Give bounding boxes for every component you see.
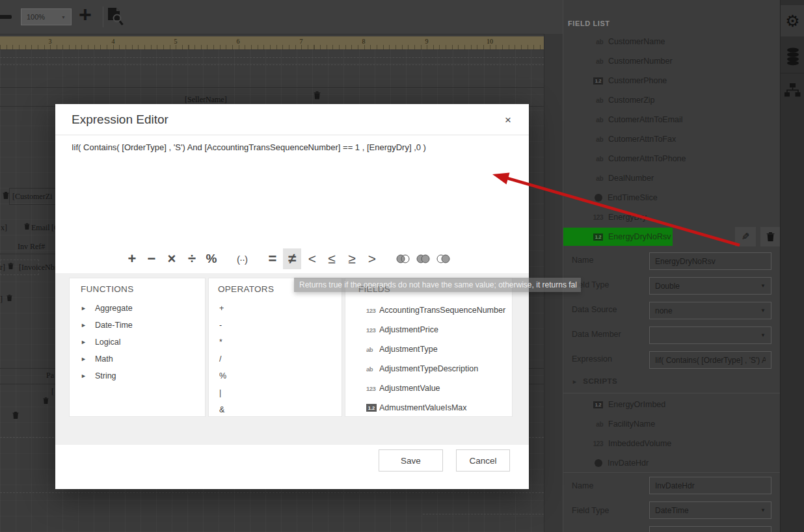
string-field-icon: ab	[366, 366, 379, 373]
operator-item[interactable]: |	[219, 388, 221, 397]
gear-icon: ⚙	[785, 13, 799, 29]
cancel-button[interactable]: Cancel	[456, 449, 510, 472]
ruler-number: 8	[362, 38, 366, 45]
function-category[interactable]: ►Logical	[81, 338, 121, 347]
field-list-item[interactable]: ab CutomerAttnToEmail	[563, 110, 781, 129]
expression-input[interactable]: Iif( Contains( [OrderType] , 'S') A.···	[649, 351, 771, 369]
field-item[interactable]: 123 AccountingTransSequenceNumber	[366, 306, 505, 315]
parentheses-operator-button[interactable]: (··)	[233, 248, 251, 269]
close-icon[interactable]: ×	[505, 114, 511, 127]
string-field-icon: ab	[589, 136, 603, 143]
operator-item[interactable]: &	[219, 405, 224, 414]
field-item[interactable]: ab AdjustmentType	[366, 345, 438, 354]
field-list-item[interactable]: ab FacilityName	[563, 414, 781, 434]
zoom-dropdown[interactable]: 100% ▼	[21, 8, 72, 25]
trash-icon	[12, 411, 19, 419]
email-field: Email	[31, 223, 50, 233]
plus-operator-button[interactable]: +	[123, 248, 141, 269]
field-list-item[interactable]: 123 EnergyDry	[563, 207, 781, 227]
settings-rail-button[interactable]: ⚙	[781, 5, 804, 36]
scripts-section-toggle[interactable]: ►SCRIPTS	[572, 377, 617, 385]
minus-operator-button[interactable]: −	[142, 248, 161, 269]
selected-field-row[interactable]: 1.2 EnergyDryNoRsv	[563, 228, 673, 246]
operator-item[interactable]: /	[219, 354, 221, 364]
field-list-item[interactable]: ab CustomerName	[563, 32, 781, 51]
join-right-operator-button[interactable]	[434, 248, 452, 269]
operator-item[interactable]: +	[219, 304, 224, 313]
expression-label: Expression	[572, 354, 612, 364]
equals-operator-button[interactable]: =	[263, 248, 282, 269]
number-field-icon: 123	[366, 307, 379, 314]
field-item[interactable]: ab AdjustmentTypeDescription	[366, 364, 478, 373]
horizontal-ruler: 3 4 5 6 7 8 9 10	[0, 36, 544, 50]
modulo-operator-button[interactable]: %	[202, 248, 221, 269]
data-source-select[interactable]: none ▼	[649, 302, 771, 319]
multiply-operator-button[interactable]: ×	[163, 248, 181, 269]
caret-down-icon: ▼	[760, 332, 766, 338]
not-equals-operator-button[interactable]: ≠	[283, 248, 301, 269]
data-source-rail-button[interactable]	[781, 42, 804, 72]
operator-tooltip: Returns true if the operands do not have…	[294, 278, 581, 292]
function-category[interactable]: ►Date-Time	[81, 321, 133, 330]
join-left-operator-button[interactable]	[394, 248, 412, 269]
field-list-item[interactable]: 1.2 EnergyOrImbed	[563, 395, 781, 414]
greater-equal-operator-button[interactable]: ≥	[343, 248, 361, 269]
field-list-item[interactable]: ab CutomerAttnToFax	[563, 129, 781, 149]
field-type-select[interactable]: DateTime ▼	[649, 501, 771, 519]
string-field-icon: ab	[366, 346, 379, 353]
function-category[interactable]: ►Math	[81, 354, 113, 364]
caret-down-icon: ▼	[760, 507, 766, 513]
function-category[interactable]: ►String	[81, 371, 116, 380]
expander-icon: ►	[81, 339, 87, 345]
name-input[interactable]: InvDateHdr	[649, 477, 771, 494]
operator-item[interactable]: *	[219, 338, 222, 347]
ruler-number: 10	[487, 38, 493, 45]
join-both-operator-button[interactable]	[414, 248, 432, 269]
less-than-operator-button[interactable]: <	[303, 248, 321, 269]
operator-item[interactable]: %	[219, 371, 226, 380]
field-item[interactable]: 123 AdjustmentPrice	[366, 325, 438, 334]
save-button[interactable]: Save	[379, 449, 443, 472]
ruler-number: 3	[49, 38, 52, 45]
caret-down-icon: ▼	[760, 308, 766, 313]
field-item[interactable]: 123 AdjustmentValue	[366, 384, 440, 393]
designer-toolbar: 100% ▼ +	[0, 0, 563, 34]
less-equal-operator-button[interactable]: ≤	[323, 248, 341, 269]
field-list-item[interactable]: InvDateHdr	[563, 453, 781, 473]
zoom-in-button[interactable]: +	[79, 2, 92, 27]
partial-input[interactable]	[649, 526, 771, 532]
circles-both-filled-icon	[416, 254, 431, 264]
expression-editor-dialog: Expression Editor × Iif( Contains( [Orde…	[55, 104, 529, 489]
data-member-select[interactable]: ▼	[649, 326, 771, 344]
field-list-item[interactable]: 123 ImbeddedVolume	[563, 434, 781, 453]
preview-icon[interactable]	[107, 7, 124, 26]
field-list-item[interactable]: ab CutomerAttnToPhone	[563, 149, 781, 168]
seller-name-field: [SellerName]	[185, 95, 227, 105]
trash-icon	[3, 191, 9, 200]
field-list-item[interactable]: ab CustomerZip	[563, 90, 781, 110]
greater-than-operator-button[interactable]: >	[363, 248, 381, 269]
delete-field-button[interactable]	[760, 227, 780, 246]
field-list-item[interactable]: EndTimeSlice	[563, 188, 781, 207]
string-field-icon: ab	[589, 175, 603, 182]
edit-field-button[interactable]: ✎	[735, 227, 756, 246]
customer-zip-field: [CustomerZi	[12, 192, 52, 202]
divide-operator-button[interactable]: ÷	[183, 248, 201, 269]
database-icon	[786, 47, 800, 66]
field-list-item[interactable]: ab CustomerNumber	[563, 51, 781, 71]
function-category[interactable]: ►Aggregate	[81, 304, 133, 313]
field-list-item[interactable]: 1.2 CustomerPhone	[563, 71, 781, 90]
operator-item[interactable]: -	[219, 321, 222, 330]
string-field-icon: ab	[589, 421, 603, 428]
ruler-number: 5	[174, 38, 178, 45]
field-item[interactable]: 1.2 AdmustmentValueIsMax	[366, 403, 467, 412]
expression-text-area[interactable]: Iif( Contains( [OrderType] , 'S') And [A…	[72, 142, 514, 153]
field-type-select[interactable]: Double ▼	[649, 277, 771, 295]
report-structure-rail-button[interactable]	[781, 75, 804, 105]
name-input[interactable]: EnergyDryNoRsv	[649, 252, 771, 270]
field-list-item[interactable]: ab DealNumber	[563, 168, 781, 188]
field-fragment: r]	[0, 263, 5, 273]
number-field-icon: 123	[366, 326, 379, 334]
report-designer: 100% ▼ + 3 4 5 6 7 8 9 10 [SellerName]	[0, 0, 804, 532]
zoom-out-button[interactable]	[0, 15, 12, 19]
